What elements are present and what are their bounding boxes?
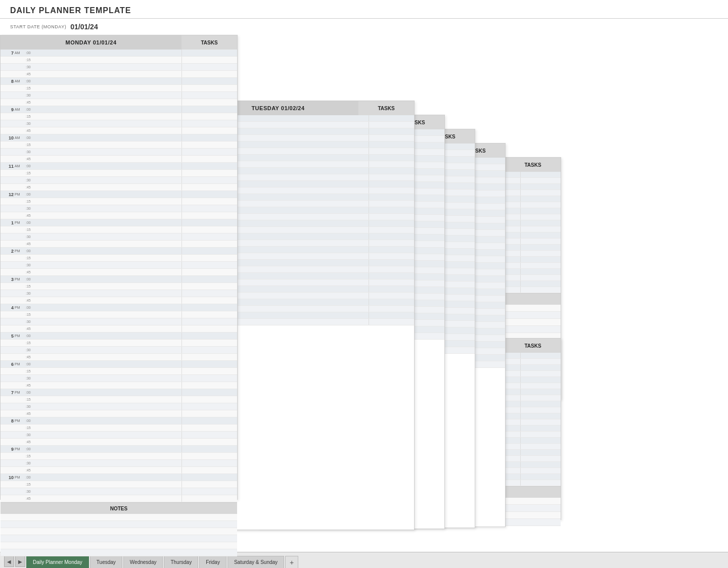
tab-friday[interactable]: Friday: [199, 556, 226, 568]
tab-saturday-sunday[interactable]: Saturday & Sunday: [228, 556, 284, 568]
start-date-value: 01/01/24: [70, 23, 98, 31]
sunday-tasks-header: TASKS: [505, 339, 561, 353]
monday-notes-header: NOTES: [1, 503, 237, 514]
monday-notes-body: [1, 514, 237, 554]
monday-title: MONDAY 01/01/24: [1, 39, 181, 45]
main-content: MONDAY 01/01/24 TASKS 7AM:00:15:30:458AM…: [0, 35, 728, 547]
title-bar: DAILY PLANNER TEMPLATE: [0, 0, 728, 19]
tab-tuesday[interactable]: Tuesday: [90, 556, 122, 568]
tab-wednesday[interactable]: Wednesday: [123, 556, 163, 568]
tuesday-tasks-header: TASKS: [358, 101, 414, 115]
page-title: DAILY PLANNER TEMPLATE: [10, 6, 718, 15]
start-date-row: START DATE (MONDAY) 01/01/24: [0, 19, 728, 35]
tab-prev-btn[interactable]: ◀: [4, 556, 14, 567]
sheet-monday: MONDAY 01/01/24 TASKS 7AM:00:15:30:458AM…: [0, 35, 238, 500]
monday-time-grid: 7AM:00:15:30:458AM:00:15:30:459AM:00:15:…: [1, 50, 237, 502]
monday-tasks-header: TASKS: [181, 35, 237, 50]
monday-header: MONDAY 01/01/24 TASKS: [1, 35, 237, 50]
tab-thursday[interactable]: Thursday: [164, 556, 198, 568]
tab-add-btn[interactable]: +: [285, 556, 298, 568]
tab-monday[interactable]: Daily Planner Monday: [26, 556, 89, 568]
start-date-label: START DATE (MONDAY): [10, 24, 66, 29]
monday-notes: NOTES: [1, 502, 237, 554]
saturday-tasks-header: TASKS: [505, 158, 561, 172]
tab-next-btn[interactable]: ▶: [15, 556, 25, 567]
